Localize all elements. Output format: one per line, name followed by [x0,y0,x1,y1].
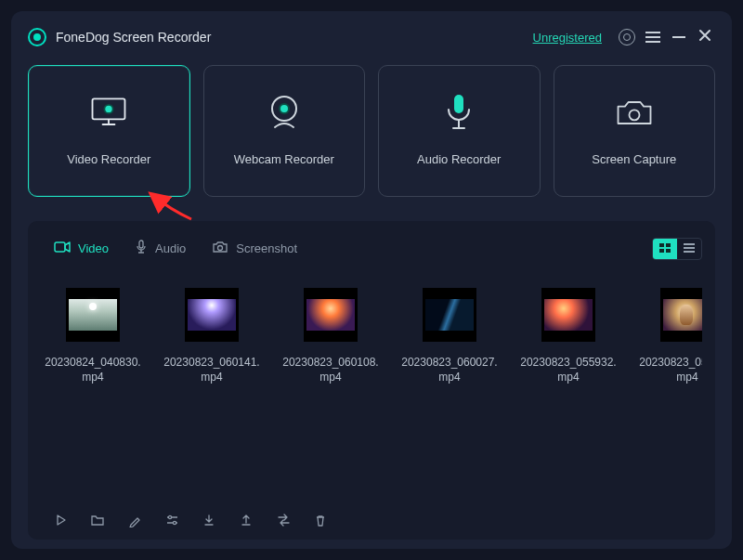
tab-audio[interactable]: Audio [122,234,199,263]
app-logo [28,28,46,46]
close-button[interactable] [695,27,715,47]
recording-item: 20230823_060027.mp4 [403,288,496,384]
tab-screenshot[interactable]: Screenshot [199,235,310,262]
svg-point-7 [629,110,639,120]
convert-icon [277,514,291,530]
file-name: 20230823_060108.mp4 [279,355,383,384]
recording-item: 20230823_060141.mp4 [165,288,258,384]
svg-point-10 [218,246,223,251]
thumbnail[interactable] [304,288,358,342]
gear-icon [619,29,635,46]
app-title: FoneDog Screen Recorder [56,30,211,45]
sliders-icon [165,514,179,530]
share-button[interactable] [238,514,254,530]
file-name: 20230823_055736.mp4 [635,355,702,384]
svg-rect-9 [139,241,143,248]
tab-label: Audio [155,241,186,255]
mode-audio-recorder[interactable]: Audio Recorder [378,65,541,197]
svg-rect-16 [684,247,695,249]
file-name: 20230823_060141.mp4 [160,355,264,384]
recording-item: 20230823_060108.mp4 [284,288,377,384]
delete-button[interactable] [312,514,329,530]
svg-point-2 [106,105,112,111]
svg-point-5 [280,105,288,112]
panel-tabs: Video Audio Screenshot [41,230,702,267]
adjust-button[interactable] [163,514,180,530]
camera-small-icon [212,241,228,256]
settings-button[interactable] [617,27,637,47]
play-button[interactable] [52,514,69,530]
svg-rect-11 [659,243,664,247]
mode-selector: Video Recorder Webcam Recorder [28,65,715,197]
svg-rect-8 [55,242,65,252]
recording-item: 20230824_040830.mp4 [46,288,139,384]
file-name: 20230823_055932.mp4 [516,355,620,384]
menu-button[interactable] [643,27,663,47]
minimize-icon [672,36,685,38]
download-button[interactable] [201,514,217,530]
grid-icon [658,241,671,257]
grid-view-button[interactable] [653,239,677,259]
unregistered-link[interactable]: Unregistered [533,31,602,45]
bottom-toolbar [41,504,702,534]
monitor-record-icon [87,97,130,130]
tab-label: Screenshot [236,241,297,255]
convert-button[interactable] [275,514,292,530]
list-view-button[interactable] [677,239,701,259]
thumbnail[interactable] [541,288,595,342]
video-camera-icon [54,241,71,256]
svg-rect-14 [666,249,671,253]
webcam-icon [263,97,306,130]
mode-label: Video Recorder [67,152,150,166]
thumbnail[interactable] [423,288,476,342]
mode-video-recorder[interactable]: Video Recorder [28,65,190,197]
title-bar: FoneDog Screen Recorder Unregistered [28,24,715,50]
recording-item: 20230823_055736.mp4 [641,288,702,384]
play-icon [54,514,67,530]
trash-icon [314,514,327,531]
minimize-button[interactable] [669,27,689,47]
file-name: 20230824_040830.mp4 [41,355,145,384]
folder-icon [90,514,105,530]
microphone-small-icon [135,240,148,257]
share-icon [240,514,253,531]
svg-point-19 [173,521,176,524]
thumbnail[interactable] [660,288,702,342]
mode-screen-capture[interactable]: Screen Capture [554,65,716,197]
recording-item: 20230823_055932.mp4 [522,288,615,384]
menu-icon [645,32,660,43]
tab-video[interactable]: Video [41,235,122,262]
file-name: 20230823_060027.mp4 [398,355,502,384]
view-toggle [652,238,702,260]
tab-label: Video [78,241,109,255]
mode-label: Webcam Recorder [234,152,334,166]
recordings-panel: Video Audio Screenshot [28,221,715,540]
download-icon [202,514,215,531]
pencil-icon [128,514,142,531]
microphone-icon [437,97,480,130]
svg-rect-6 [454,95,463,113]
list-icon [683,241,696,257]
camera-icon [613,97,656,130]
svg-rect-12 [666,243,671,247]
mode-label: Screen Capture [592,152,676,166]
svg-point-18 [168,515,171,518]
thumbnail[interactable] [66,288,120,342]
mode-label: Audio Recorder [417,152,501,166]
close-icon [698,29,711,46]
edit-button[interactable] [126,514,143,530]
svg-rect-15 [684,243,695,245]
svg-rect-13 [659,249,664,253]
thumbnail[interactable] [185,288,239,342]
mode-webcam-recorder[interactable]: Webcam Recorder [203,65,366,197]
thumbnails-row: 20230824_040830.mp4 20230823_060141.mp4 … [41,267,702,394]
open-folder-button[interactable] [89,514,106,530]
app-window: FoneDog Screen Recorder Unregistered [11,11,732,549]
svg-rect-17 [684,251,695,253]
